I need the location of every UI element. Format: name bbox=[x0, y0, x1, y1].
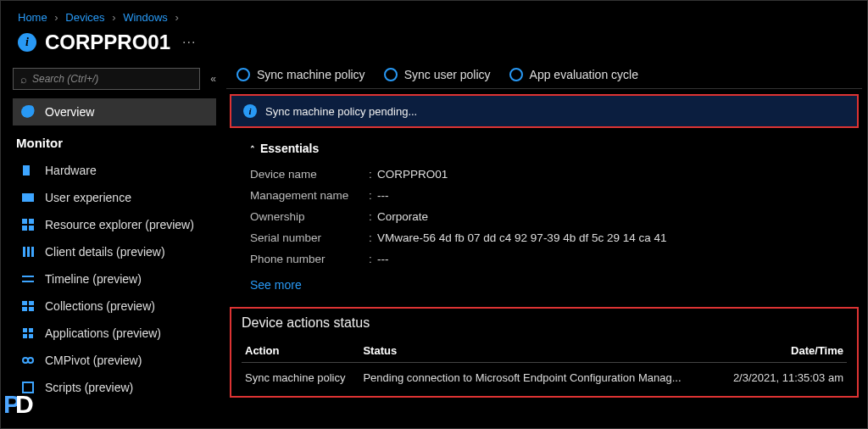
essentials-row: Management name: --- bbox=[250, 185, 845, 206]
user-experience-icon bbox=[21, 191, 36, 204]
see-more-link[interactable]: See more bbox=[250, 278, 302, 292]
sidebar-item-label: Collections (preview) bbox=[45, 299, 155, 313]
search-box[interactable]: ⌕ bbox=[13, 68, 200, 90]
tool-label: App evaluation cycle bbox=[530, 68, 638, 81]
watermark-logo: PD bbox=[3, 390, 39, 426]
overview-icon bbox=[21, 105, 36, 119]
applications-icon bbox=[21, 326, 36, 340]
sidebar-item-applications[interactable]: Applications (preview) bbox=[13, 320, 216, 347]
tool-label: Sync user policy bbox=[404, 68, 491, 81]
search-input[interactable] bbox=[32, 73, 192, 85]
tool-label: Sync machine policy bbox=[257, 68, 365, 81]
cell-action: Sync machine policy bbox=[242, 363, 359, 387]
sidebar-item-scripts[interactable]: Scripts (preview) bbox=[13, 374, 216, 401]
resource-explorer-icon bbox=[21, 218, 36, 231]
app-evaluation-cycle-button[interactable]: App evaluation cycle bbox=[509, 68, 638, 81]
device-actions-title: Device actions status bbox=[242, 315, 847, 331]
essentials-row: Serial number: VMware-56 4d fb 07 dd c4 … bbox=[250, 227, 845, 248]
info-icon: i bbox=[18, 33, 36, 52]
essentials-value: Corporate bbox=[377, 210, 428, 223]
essentials-toggle[interactable]: ˄ Essentials bbox=[250, 142, 845, 155]
sync-icon bbox=[236, 68, 250, 81]
sidebar-item-user-experience[interactable]: User experience bbox=[13, 184, 216, 211]
timeline-icon bbox=[21, 272, 36, 286]
main-content: Sync machine policy Sync user policy App… bbox=[221, 63, 867, 424]
essentials-row: Ownership: Corporate bbox=[250, 206, 845, 227]
essentials-value: VMware-56 4d fb 07 dd c4 92 97-39 4b df … bbox=[377, 231, 666, 244]
cell-status: Pending connection to Microsoft Endpoint… bbox=[359, 363, 717, 387]
sidebar-item-label: Resource explorer (preview) bbox=[45, 218, 194, 231]
collapse-sidebar-icon[interactable]: « bbox=[210, 73, 216, 85]
search-icon: ⌕ bbox=[20, 73, 27, 86]
sidebar-item-label: Scripts (preview) bbox=[45, 381, 133, 394]
svg-rect-6 bbox=[23, 247, 25, 257]
table-row: Sync machine policy Pending connection t… bbox=[242, 363, 847, 387]
sync-machine-policy-button[interactable]: Sync machine policy bbox=[236, 68, 365, 81]
essentials-title: Essentials bbox=[260, 142, 319, 155]
client-details-icon bbox=[21, 245, 36, 259]
col-action[interactable]: Action bbox=[242, 339, 359, 363]
actions-table: Action Status Date/Time Sync machine pol… bbox=[242, 339, 847, 386]
svg-rect-0 bbox=[23, 165, 30, 176]
svg-rect-15 bbox=[23, 328, 27, 332]
sidebar: ⌕ « Overview Monitor Hardware User exper… bbox=[1, 63, 221, 424]
essentials-value: --- bbox=[377, 253, 389, 265]
chevron-right-icon: › bbox=[112, 11, 115, 24]
essentials-label: Ownership bbox=[250, 210, 369, 223]
notice-text: Sync machine policy pending... bbox=[265, 105, 417, 118]
chevron-right-icon: › bbox=[54, 11, 58, 24]
info-icon: i bbox=[243, 104, 257, 118]
sidebar-item-hardware[interactable]: Hardware bbox=[13, 157, 216, 184]
sidebar-item-label: Applications (preview) bbox=[45, 326, 161, 340]
svg-rect-8 bbox=[31, 247, 34, 257]
svg-rect-2 bbox=[22, 219, 27, 224]
svg-rect-3 bbox=[29, 219, 34, 224]
svg-rect-10 bbox=[22, 281, 34, 282]
svg-rect-18 bbox=[29, 334, 33, 338]
svg-rect-16 bbox=[29, 328, 33, 332]
svg-point-20 bbox=[28, 358, 33, 363]
page-title-row: i CORPPRO01 ··· bbox=[1, 27, 867, 63]
sidebar-item-label: Client details (preview) bbox=[45, 245, 165, 259]
essentials-value: --- bbox=[377, 189, 389, 202]
svg-rect-4 bbox=[22, 226, 27, 231]
sidebar-item-client-details[interactable]: Client details (preview) bbox=[13, 238, 216, 265]
essentials-label: Device name bbox=[250, 168, 369, 181]
sync-icon bbox=[384, 68, 398, 81]
breadcrumb: Home › Devices › Windows › bbox=[1, 1, 867, 27]
sidebar-item-timeline[interactable]: Timeline (preview) bbox=[13, 265, 216, 292]
sidebar-item-label: Hardware bbox=[45, 164, 97, 177]
breadcrumb-devices[interactable]: Devices bbox=[65, 11, 104, 24]
hardware-icon bbox=[21, 164, 36, 177]
toolbar: Sync machine policy Sync user policy App… bbox=[226, 63, 862, 89]
col-datetime[interactable]: Date/Time bbox=[718, 339, 847, 363]
chevron-right-icon: › bbox=[175, 11, 179, 24]
essentials-section: ˄ Essentials Device name: CORPPRO01 Mana… bbox=[226, 128, 862, 292]
chevron-up-icon: ˄ bbox=[250, 144, 255, 152]
sidebar-item-label: User experience bbox=[45, 191, 131, 204]
sidebar-item-resource-explorer[interactable]: Resource explorer (preview) bbox=[13, 211, 216, 238]
sidebar-item-label: Timeline (preview) bbox=[45, 272, 142, 286]
sidebar-section-monitor: Monitor bbox=[13, 125, 216, 157]
cell-datetime: 2/3/2021, 11:35:03 am bbox=[718, 363, 847, 387]
essentials-label: Serial number bbox=[250, 231, 369, 244]
notice-bar: i Sync machine policy pending... bbox=[230, 94, 859, 128]
sidebar-item-label: CMPivot (preview) bbox=[45, 354, 142, 367]
svg-rect-1 bbox=[22, 193, 34, 202]
more-icon[interactable]: ··· bbox=[182, 35, 196, 50]
essentials-value: CORPPRO01 bbox=[377, 168, 448, 181]
col-status[interactable]: Status bbox=[359, 339, 717, 363]
sync-icon bbox=[509, 68, 523, 81]
sidebar-item-collections[interactable]: Collections (preview) bbox=[13, 292, 216, 320]
sidebar-item-overview[interactable]: Overview bbox=[13, 98, 216, 125]
cmpivot-icon bbox=[21, 354, 36, 367]
sidebar-item-cmpivot[interactable]: CMPivot (preview) bbox=[13, 347, 216, 374]
breadcrumb-home[interactable]: Home bbox=[18, 11, 47, 24]
collections-icon bbox=[21, 299, 36, 313]
device-actions-status: Device actions status Action Status Date… bbox=[230, 307, 859, 398]
sync-user-policy-button[interactable]: Sync user policy bbox=[384, 68, 491, 81]
sidebar-item-label: Overview bbox=[45, 105, 94, 119]
breadcrumb-windows[interactable]: Windows bbox=[123, 11, 168, 24]
essentials-label: Management name bbox=[250, 189, 369, 202]
essentials-row: Device name: CORPPRO01 bbox=[250, 164, 845, 185]
